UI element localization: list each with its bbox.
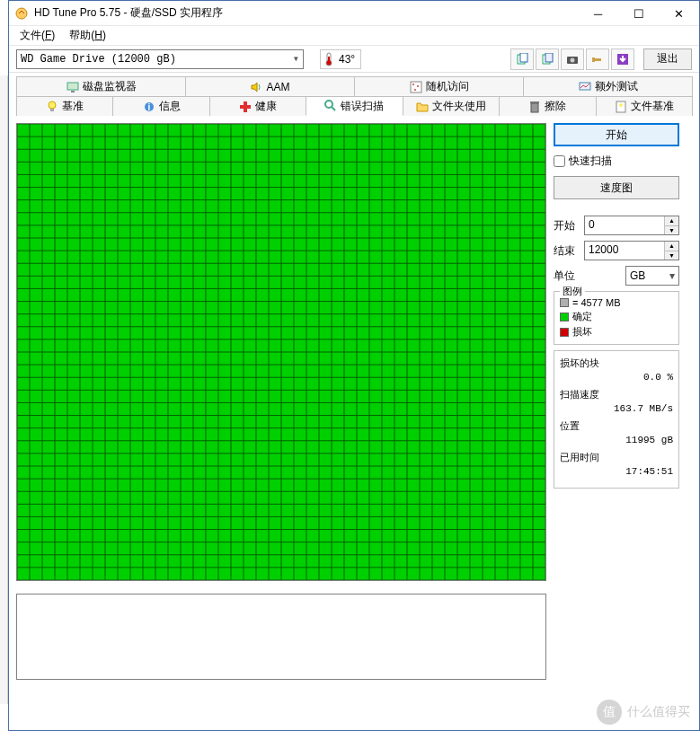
legend-item-ok: 确定 — [560, 310, 673, 323]
damaged-blocks-value: 0.0 % — [560, 372, 673, 383]
legend-square-red — [560, 328, 569, 337]
log-area[interactable] — [16, 594, 546, 680]
watermark: 值 什么值得买 — [597, 700, 690, 725]
info-icon: i — [143, 101, 155, 113]
svg-rect-26 — [531, 103, 538, 112]
window-controls: ─ ☐ ✕ — [578, 1, 699, 25]
temperature-box: 43° — [320, 49, 361, 69]
spin-down-icon[interactable]: ▼ — [665, 226, 678, 235]
scan-speed-label: 扫描速度 — [560, 388, 673, 401]
svg-line-25 — [332, 107, 335, 110]
legend-square-green — [560, 313, 569, 321]
menu-file[interactable]: 文件(F) — [14, 26, 60, 45]
svg-text:i: i — [147, 102, 150, 112]
svg-point-20 — [49, 101, 56, 109]
end-label: 结束 — [554, 243, 579, 259]
start-input[interactable]: 0 ▲▼ — [584, 216, 679, 235]
settings-button[interactable] — [586, 48, 609, 70]
position-value: 11995 gB — [560, 435, 673, 445]
tab-health[interactable]: 健康 — [209, 96, 306, 116]
unit-select-value: GB — [630, 269, 645, 282]
maximize-button[interactable]: ☐ — [618, 1, 659, 26]
tab-erase[interactable]: 擦除 — [499, 96, 596, 116]
speaker-icon — [250, 81, 262, 93]
start-input-value: 0 — [585, 216, 664, 234]
folder-icon — [416, 101, 429, 113]
quick-scan-checkbox-row[interactable]: 快速扫描 — [554, 152, 679, 171]
save-button[interactable] — [611, 48, 634, 70]
svg-rect-15 — [411, 82, 421, 92]
legend-box: 图例 = 4577 MB 确定 损坏 — [554, 291, 679, 345]
scan-speed-value: 163.7 MB/s — [560, 403, 673, 414]
speed-chart-button[interactable]: 速度图 — [554, 176, 679, 199]
start-field-row: 开始 0 ▲▼ — [554, 216, 679, 235]
scan-grid — [16, 123, 546, 581]
copy-data-button[interactable] — [536, 48, 559, 70]
monitor-icon — [66, 81, 79, 93]
right-panel: 开始 快速扫描 速度图 开始 0 ▲▼ 结束 12000 ▲▼ — [554, 123, 679, 581]
scan-grid-svg — [17, 124, 545, 580]
background-panel — [0, 75, 8, 704]
tab-file-benchmark[interactable]: 文件基准 — [596, 96, 693, 116]
drive-select[interactable]: WD Game Drive (12000 gB) — [16, 49, 304, 69]
tab-folder-usage[interactable]: 文件夹使用 — [403, 96, 500, 116]
minimize-button[interactable]: ─ — [578, 1, 618, 26]
tab-error-scan[interactable]: 错误扫描 — [306, 96, 403, 116]
window-title: HD Tune Pro 5.75 - 硬盘/SSD 实用程序 — [34, 5, 578, 21]
thermometer-icon — [323, 52, 335, 66]
tab-row-1: 磁盘监视器 AAM 随机访问 额外测试 — [16, 76, 692, 96]
svg-point-16 — [412, 84, 414, 85]
end-input-value: 12000 — [585, 242, 664, 260]
tab-row-2: 基准 i信息 健康 错误扫描 文件夹使用 擦除 文件基准 — [16, 96, 692, 116]
svg-point-9 — [571, 57, 575, 62]
svg-point-18 — [414, 89, 416, 91]
svg-rect-13 — [67, 83, 78, 90]
drive-select-value: WD Game Drive (12000 gB) — [21, 53, 176, 66]
legend-item-blocksize: = 4577 MB — [560, 297, 673, 308]
svg-point-17 — [417, 85, 419, 87]
svg-point-29 — [619, 103, 623, 107]
tab-info[interactable]: i信息 — [112, 96, 209, 116]
stats-box: 损坏的块 0.0 % 扫描速度 163.7 MB/s 位置 11995 gB 已… — [554, 350, 679, 489]
tab-random-access[interactable]: 随机访问 — [354, 76, 524, 96]
damaged-blocks-label: 损坏的块 — [560, 357, 673, 370]
svg-rect-27 — [530, 101, 539, 103]
close-button[interactable]: ✕ — [659, 1, 699, 26]
legend-square-gray — [560, 298, 569, 307]
toolbar: WD Game Drive (12000 gB) 43° 退出 — [9, 46, 699, 73]
svg-point-24 — [325, 101, 332, 108]
position-label: 位置 — [560, 419, 673, 433]
watermark-badge: 值 — [597, 700, 622, 725]
tab-extra-tests[interactable]: 额外测试 — [523, 76, 693, 96]
menu-help[interactable]: 帮助(H) — [64, 26, 111, 45]
health-icon — [239, 101, 252, 113]
end-input[interactable]: 12000 ▲▼ — [584, 241, 679, 260]
tab-aam[interactable]: AAM — [185, 76, 355, 96]
spin-up-icon[interactable]: ▲ — [665, 216, 678, 226]
svg-rect-11 — [592, 57, 595, 62]
spin-up-icon[interactable]: ▲ — [665, 242, 678, 251]
app-icon — [14, 6, 29, 21]
filebench-icon — [615, 101, 627, 113]
quick-scan-checkbox[interactable] — [554, 155, 565, 167]
bulb-icon — [46, 101, 58, 113]
copy-text-button[interactable] — [510, 48, 534, 70]
search-icon — [324, 100, 337, 112]
screenshot-button[interactable] — [561, 48, 584, 70]
svg-rect-21 — [50, 109, 54, 111]
legend-item-damaged: 损坏 — [560, 325, 673, 339]
svg-rect-14 — [71, 91, 75, 92]
exit-button[interactable]: 退出 — [643, 48, 692, 70]
trash-icon — [528, 101, 541, 113]
titlebar: HD Tune Pro 5.75 - 硬盘/SSD 实用程序 ─ ☐ ✕ — [9, 1, 699, 26]
watermark-text: 什么值得买 — [627, 704, 690, 720]
svg-rect-10 — [594, 58, 601, 61]
elapsed-value: 17:45:51 — [560, 466, 673, 477]
start-scan-button[interactable]: 开始 — [554, 123, 679, 146]
unit-select[interactable]: GB — [625, 266, 679, 286]
tabs-container: 磁盘监视器 AAM 随机访问 额外测试 基准 i信息 健康 错误扫描 文件夹使用… — [9, 73, 699, 116]
tab-benchmark[interactable]: 基准 — [16, 96, 113, 116]
spin-down-icon[interactable]: ▼ — [665, 251, 678, 260]
svg-point-0 — [16, 8, 27, 19]
tab-disk-monitor[interactable]: 磁盘监视器 — [16, 76, 186, 96]
